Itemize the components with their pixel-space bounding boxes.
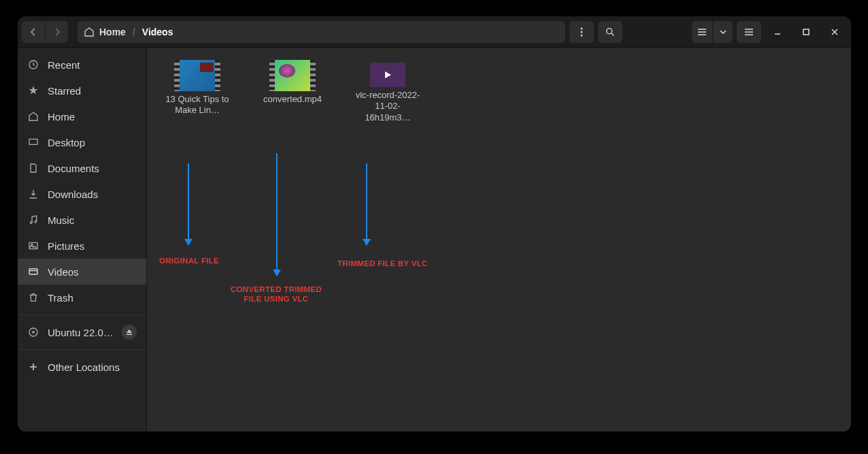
home-icon — [83, 26, 95, 38]
sidebar-item-home[interactable]: Home — [18, 103, 146, 129]
svg-point-2 — [581, 34, 583, 36]
titlebar: Home / Videos — [18, 16, 851, 48]
trash-icon — [27, 291, 39, 304]
view-dropdown-button[interactable] — [712, 21, 733, 43]
sidebar-item-starred[interactable]: Starred — [18, 78, 146, 103]
documents-icon — [27, 162, 39, 174]
sidebar-item-label: Documents — [48, 163, 99, 174]
svg-rect-12 — [803, 29, 809, 35]
plus-icon — [27, 361, 39, 373]
videos-icon — [27, 265, 39, 278]
sidebar-item-label: Pictures — [48, 240, 84, 252]
sidebar-item-label: Other Locations — [48, 361, 120, 373]
svg-point-23 — [29, 328, 37, 336]
pictures-icon — [27, 240, 39, 252]
eject-button[interactable] — [122, 325, 137, 340]
more-options-button[interactable] — [569, 21, 594, 43]
desktop-icon — [27, 136, 39, 148]
annotation-arrow — [188, 163, 189, 245]
svg-rect-21 — [29, 269, 37, 274]
sidebar-item-trash[interactable]: Trash — [18, 285, 146, 310]
sidebar-item-label: Trash — [48, 292, 73, 304]
file-name: converted.mp4 — [263, 94, 322, 105]
sidebar-separator — [18, 349, 146, 350]
svg-point-3 — [607, 28, 612, 33]
close-button[interactable] — [822, 21, 847, 43]
sidebar-item-label: Desktop — [48, 137, 85, 148]
video-icon — [370, 63, 405, 87]
svg-point-18 — [35, 221, 37, 223]
file-item[interactable]: vlc-record-2022-11-02-16h19m3… — [354, 60, 422, 123]
annotation-arrow — [366, 163, 367, 245]
annotation-label: TRIMMED FILE BY VLC — [337, 259, 428, 268]
svg-rect-25 — [127, 334, 132, 336]
file-name: vlc-record-2022-11-02-16h19m3… — [354, 90, 422, 123]
annotation-arrow — [276, 153, 278, 276]
music-icon — [27, 214, 39, 226]
sidebar-item-label: Home — [48, 111, 75, 123]
nav-buttons — [22, 21, 68, 43]
breadcrumb-separator: / — [133, 27, 135, 37]
file-item[interactable]: 13 Quick Tips to Make Lin… — [163, 60, 231, 116]
file-item[interactable]: converted.mp4 — [258, 60, 327, 105]
sidebar-item-desktop[interactable]: Desktop — [18, 129, 146, 155]
disk-icon — [27, 326, 39, 338]
svg-point-17 — [30, 222, 32, 224]
sidebar-separator — [18, 314, 146, 315]
sidebar-item-label: Music — [48, 214, 74, 226]
annotation-label: CONVERTED TRIMMED FILE USING VLC — [229, 285, 324, 304]
svg-rect-16 — [29, 139, 37, 144]
file-manager-window: Home / Videos — [18, 16, 851, 432]
breadcrumb-home[interactable]: Home — [99, 27, 126, 37]
sidebar-item-label: Videos — [48, 266, 79, 278]
sidebar-item-pictures[interactable]: Pictures — [18, 233, 146, 259]
sidebar-item-documents[interactable]: Documents — [18, 155, 146, 181]
list-view-button[interactable] — [692, 21, 712, 43]
back-button[interactable] — [22, 21, 45, 43]
maximize-button[interactable] — [794, 21, 818, 43]
sidebar-item-label: Recent — [48, 59, 80, 71]
svg-point-24 — [33, 331, 35, 334]
sidebar-item-disk[interactable]: Ubuntu 22.0… — [18, 319, 146, 345]
sidebar-item-label: Downloads — [48, 189, 98, 200]
minimize-button[interactable] — [765, 21, 790, 43]
annotation-label: ORIGINAL FILE — [159, 256, 219, 265]
sidebar-item-music[interactable]: Music — [18, 207, 146, 233]
downloads-icon — [27, 188, 39, 200]
sidebar-item-downloads[interactable]: Downloads — [18, 181, 146, 207]
sidebar-item-label: Starred — [48, 85, 81, 97]
breadcrumb-current[interactable]: Videos — [142, 27, 173, 37]
view-mode-split — [692, 21, 733, 43]
content-area[interactable]: 13 Quick Tips to Make Lin… converted.mp4… — [147, 48, 851, 432]
svg-point-1 — [581, 31, 583, 33]
svg-point-0 — [581, 27, 583, 29]
svg-line-4 — [612, 33, 614, 35]
hamburger-menu-button[interactable] — [737, 21, 761, 43]
star-icon — [27, 84, 39, 97]
home-icon — [27, 110, 39, 123]
video-thumbnail — [269, 60, 316, 91]
sidebar-item-videos[interactable]: Videos — [18, 259, 146, 285]
sidebar-item-recent[interactable]: Recent — [18, 52, 146, 78]
forward-button[interactable] — [45, 21, 68, 43]
search-button[interactable] — [598, 21, 622, 43]
sidebar: Recent Starred Home Desktop Documents Do… — [18, 48, 147, 432]
path-bar[interactable]: Home / Videos — [78, 21, 565, 43]
window-body: Recent Starred Home Desktop Documents Do… — [18, 48, 851, 432]
video-thumbnail — [174, 60, 220, 91]
file-name: 13 Quick Tips to Make Lin… — [163, 94, 231, 116]
clock-icon — [27, 59, 39, 71]
sidebar-item-label: Ubuntu 22.0… — [48, 327, 114, 338]
sidebar-item-other-locations[interactable]: Other Locations — [18, 354, 146, 380]
